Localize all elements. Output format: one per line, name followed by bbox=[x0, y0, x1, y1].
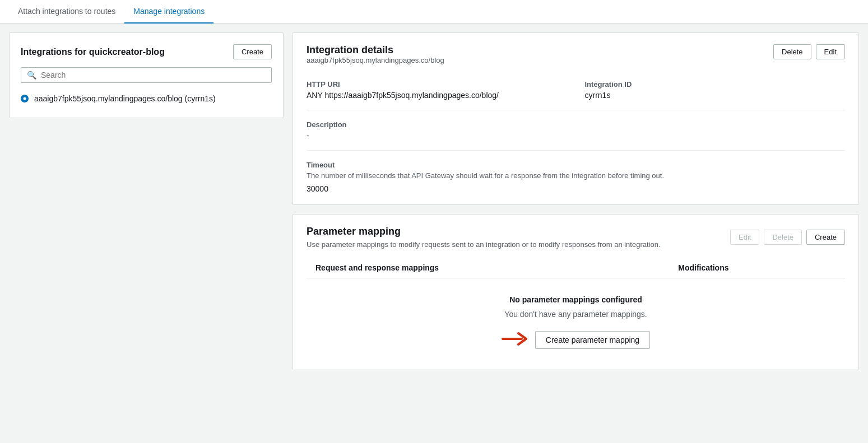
param-card-header: Parameter mapping Use parameter mappings… bbox=[307, 226, 845, 249]
integration-details-title-area: Integration details aaaigb7fpk55jsoq.myl… bbox=[307, 44, 444, 74]
left-panel: Integrations for quickcreator-blog Creat… bbox=[9, 32, 284, 118]
param-mapping-title: Parameter mapping bbox=[307, 226, 661, 237]
integration-details-title: Integration details bbox=[307, 44, 444, 56]
parameter-mapping-card: Parameter mapping Use parameter mappings… bbox=[293, 214, 859, 370]
left-panel-title: Integrations for quickcreator-blog bbox=[21, 47, 165, 57]
create-integration-button[interactable]: Create bbox=[233, 44, 272, 59]
param-mapping-description: Use parameter mappings to modify request… bbox=[307, 240, 661, 249]
timeout-description: The number of milliseconds that API Gate… bbox=[307, 171, 845, 180]
empty-state-desc: You don't have any parameter mappings. bbox=[315, 310, 836, 319]
delete-param-button: Delete bbox=[764, 230, 802, 245]
integration-details-header: Integration details aaaigb7fpk55jsoq.myl… bbox=[307, 44, 845, 74]
edit-integration-button[interactable]: Edit bbox=[816, 44, 845, 59]
param-table: Request and response mappings Modificati… bbox=[307, 258, 845, 358]
left-panel-header: Integrations for quickcreator-blog Creat… bbox=[21, 44, 272, 59]
http-uri-label: HTTP URI bbox=[307, 80, 567, 88]
col-request-response: Request and response mappings bbox=[307, 258, 669, 278]
empty-state-title: No parameter mappings configured bbox=[315, 295, 836, 304]
integration-details-actions: Delete Edit bbox=[773, 44, 845, 59]
page-container: Attach integrations to routes Manage int… bbox=[0, 0, 868, 443]
integration-id-item: Integration ID cyrrn1s bbox=[585, 80, 846, 100]
create-parameter-mapping-button[interactable]: Create parameter mapping bbox=[535, 331, 650, 349]
radio-selected-icon bbox=[21, 95, 29, 102]
divider-1 bbox=[307, 110, 845, 110]
param-mapping-actions: Edit Delete Create bbox=[730, 230, 845, 245]
main-content: Integrations for quickcreator-blog Creat… bbox=[0, 24, 868, 379]
details-grid: HTTP URI ANY https://aaaigb7fpk55jsoq.my… bbox=[307, 80, 845, 100]
timeout-label: Timeout bbox=[307, 161, 845, 169]
http-uri-value: ANY https://aaaigb7fpk55jsoq.mylandingpa… bbox=[307, 91, 567, 100]
integration-label: aaaigb7fpk55jsoq.mylandingpages.co/blog … bbox=[34, 94, 216, 103]
list-item[interactable]: aaaigb7fpk55jsoq.mylandingpages.co/blog … bbox=[21, 91, 272, 106]
description-label: Description bbox=[307, 120, 845, 129]
empty-state: No parameter mappings configured You don… bbox=[307, 278, 845, 358]
integration-id-label: Integration ID bbox=[585, 80, 846, 88]
divider-2 bbox=[307, 150, 845, 151]
red-arrow-icon bbox=[502, 330, 528, 349]
timeout-value: 30000 bbox=[307, 184, 845, 193]
integration-details-subtitle: aaaigb7fpk55jsoq.mylandingpages.co/blog bbox=[307, 56, 444, 64]
right-panel: Integration details aaaigb7fpk55jsoq.myl… bbox=[293, 32, 859, 370]
param-title-area: Parameter mapping Use parameter mappings… bbox=[307, 226, 661, 249]
tab-attach[interactable]: Attach integrations to routes bbox=[9, 0, 124, 24]
search-box: 🔍 bbox=[21, 67, 272, 83]
tab-manage[interactable]: Manage integrations bbox=[124, 0, 213, 24]
edit-param-button: Edit bbox=[730, 230, 759, 245]
create-param-container: Create parameter mapping bbox=[502, 330, 650, 349]
description-item: Description - bbox=[307, 120, 845, 140]
col-modifications: Modifications bbox=[669, 258, 845, 278]
tabs-bar: Attach integrations to routes Manage int… bbox=[0, 0, 868, 24]
http-uri-item: HTTP URI ANY https://aaaigb7fpk55jsoq.my… bbox=[307, 80, 567, 100]
integration-id-value: cyrrn1s bbox=[585, 91, 846, 100]
integration-details-card: Integration details aaaigb7fpk55jsoq.myl… bbox=[293, 32, 859, 205]
search-input[interactable] bbox=[41, 71, 266, 80]
search-icon: 🔍 bbox=[27, 71, 36, 80]
create-param-button-top[interactable]: Create bbox=[806, 230, 845, 245]
timeout-item: Timeout The number of milliseconds that … bbox=[307, 161, 845, 193]
description-value: - bbox=[307, 131, 845, 140]
delete-integration-button[interactable]: Delete bbox=[773, 44, 811, 59]
